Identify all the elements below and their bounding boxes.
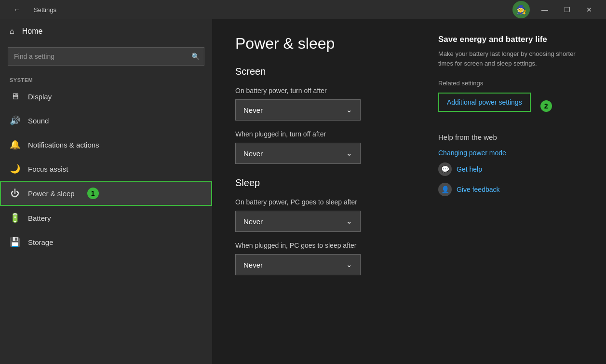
title-bar: ← Settings 🧙 — ❐ ✕	[0, 0, 606, 19]
sound-icon: 🔊	[10, 115, 20, 126]
give-feedback-icon: 👤	[438, 183, 452, 196]
storage-icon: 💾	[10, 237, 20, 247]
main-layout: ⌂ Home 🔍 System 🖥 Display 🔊 Sound 🔔 Noti…	[0, 19, 606, 364]
sidebar-item-sound[interactable]: 🔊 Sound	[0, 108, 212, 133]
sidebar-item-label: Focus assist	[28, 165, 68, 173]
sidebar-item-storage[interactable]: 💾 Storage	[0, 230, 212, 254]
battery-screen-label: On battery power, turn off after	[235, 87, 409, 94]
additional-power-settings-link[interactable]: Additional power settings	[438, 93, 531, 112]
related-label: Related settings	[438, 80, 583, 87]
notifications-icon: 🔔	[10, 139, 20, 150]
power-badge: 1	[87, 188, 99, 199]
content-area: Power & sleep Screen On battery power, t…	[212, 19, 606, 364]
plugged-sleep-label: When plugged in, PC goes to sleep after	[235, 242, 409, 249]
plugged-screen-dropdown[interactable]: Never ⌄	[235, 143, 361, 164]
page-title: Power & sleep	[235, 35, 409, 53]
maximize-button[interactable]: ❐	[556, 0, 578, 19]
chevron-down-icon: ⌄	[346, 260, 352, 269]
plugged-screen-value: Never	[243, 149, 263, 158]
title-bar-title: Settings	[34, 6, 56, 13]
sidebar-item-label: Display	[28, 93, 52, 101]
plugged-sleep-dropdown[interactable]: Never ⌄	[235, 254, 361, 275]
sidebar-item-label: Notifications & actions	[28, 141, 99, 149]
sidebar-item-notifications[interactable]: 🔔 Notifications & actions	[0, 133, 212, 157]
sidebar-item-label: Sound	[28, 117, 49, 125]
sidebar: ⌂ Home 🔍 System 🖥 Display 🔊 Sound 🔔 Noti…	[0, 19, 212, 364]
plugged-sleep-value: Never	[243, 261, 263, 269]
chevron-down-icon: ⌄	[346, 217, 352, 226]
sidebar-item-focus[interactable]: 🌙 Focus assist	[0, 157, 212, 181]
close-button[interactable]: ✕	[578, 0, 600, 19]
focus-icon: 🌙	[10, 163, 20, 174]
sidebar-item-label: Power & sleep	[28, 189, 75, 198]
sidebar-item-label: Battery	[28, 214, 51, 222]
info-text: Make your battery last longer by choosin…	[438, 49, 583, 68]
plugged-screen-label: When plugged in, turn off after	[235, 130, 409, 138]
search-input[interactable]	[8, 47, 204, 66]
home-label: Home	[22, 27, 43, 36]
chevron-down-icon: ⌄	[346, 106, 352, 114]
minimize-button[interactable]: —	[534, 0, 556, 19]
system-label: System	[0, 73, 212, 85]
changing-power-mode-link[interactable]: Changing power mode	[438, 149, 583, 157]
right-panel: Save energy and battery life Make your b…	[438, 35, 583, 349]
sidebar-item-label: Storage	[28, 238, 54, 246]
give-feedback-link[interactable]: Give feedback	[457, 186, 500, 193]
get-help-link[interactable]: Get help	[457, 165, 482, 173]
battery-icon: 🔋	[10, 213, 20, 223]
help-title: Help from the web	[438, 133, 583, 141]
sidebar-item-display[interactable]: 🖥 Display	[0, 85, 212, 108]
battery-sleep-dropdown[interactable]: Never ⌄	[235, 211, 361, 232]
sleep-section-title: Sleep	[235, 177, 409, 189]
home-icon: ⌂	[10, 27, 14, 36]
get-help-row: 💬 Get help	[438, 162, 583, 176]
battery-sleep-label: On battery power, PC goes to sleep after	[235, 198, 409, 206]
window-controls: — ❐ ✕	[534, 0, 600, 19]
search-icon[interactable]: 🔍	[191, 53, 200, 60]
search-box: 🔍	[8, 47, 204, 66]
back-button[interactable]: ←	[6, 0, 28, 19]
give-feedback-row: 👤 Give feedback	[438, 183, 583, 196]
sidebar-item-power[interactable]: ⏻ Power & sleep 1	[0, 181, 212, 206]
info-title: Save energy and battery life	[438, 35, 583, 44]
avatar: 🧙	[512, 1, 530, 18]
display-icon: 🖥	[10, 92, 20, 102]
additional-power-badge: 2	[540, 100, 552, 112]
main-content: Power & sleep Screen On battery power, t…	[235, 35, 409, 349]
get-help-icon: 💬	[438, 162, 452, 176]
power-icon: ⏻	[10, 189, 20, 199]
sidebar-item-home[interactable]: ⌂ Home	[0, 19, 212, 43]
title-bar-left: ← Settings	[6, 0, 56, 19]
battery-screen-dropdown[interactable]: Never ⌄	[235, 99, 361, 121]
battery-screen-value: Never	[243, 106, 263, 114]
chevron-down-icon: ⌄	[346, 149, 352, 158]
battery-sleep-value: Never	[243, 217, 263, 226]
sidebar-item-battery[interactable]: 🔋 Battery	[0, 206, 212, 230]
screen-section-title: Screen	[235, 66, 409, 77]
